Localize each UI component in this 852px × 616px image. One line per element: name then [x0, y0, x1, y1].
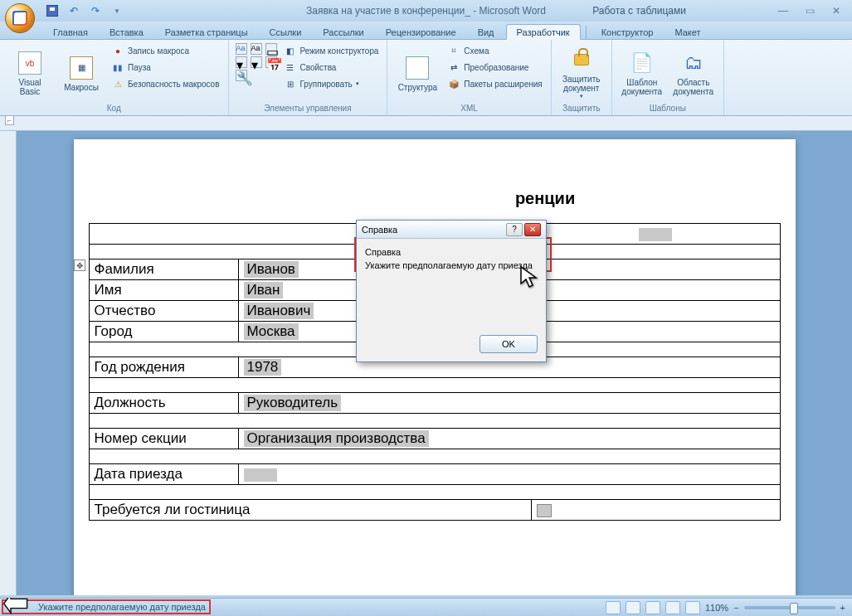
zoom-out-button[interactable]: − [733, 603, 738, 613]
group-title-code: Код [7, 103, 222, 114]
dialog-line2: Укажите предполагаемую дату приезда [365, 259, 538, 272]
richtext-control-icon[interactable]: Aa [236, 43, 247, 55]
table-row: Дата приезда [89, 464, 780, 485]
qat-customize[interactable]: ▼ [108, 2, 126, 20]
zoom-level[interactable]: 110% [705, 603, 728, 613]
annotation-highlight-status: Укажите предполагаемую дату приезда [2, 599, 211, 614]
position-field[interactable]: Руководитель [244, 395, 342, 411]
undo-icon: ↶ [70, 5, 78, 17]
arrival-date-field[interactable] [244, 468, 277, 482]
chevron-down-icon: ▾ [580, 93, 583, 99]
structure-icon [406, 56, 429, 80]
table-move-handle[interactable]: ✥ [74, 259, 85, 271]
design-mode-button[interactable]: ◧Режим конструктора [282, 43, 381, 58]
document-area: Заявка на участие в конференции ✥ Дата з… [0, 131, 852, 595]
properties-button[interactable]: ☰Свойства [282, 60, 381, 75]
view-fullscreen-button[interactable] [626, 601, 640, 614]
zoom-slider[interactable] [744, 606, 835, 609]
chevron-down-icon: ▼ [114, 7, 120, 15]
tab-home[interactable]: Главная [43, 25, 98, 39]
patronymic-field[interactable]: Иванович [244, 303, 314, 319]
tab-divider [586, 26, 587, 39]
group-title-controls: Элементы управления [236, 103, 381, 114]
tab-review[interactable]: Рецензирование [376, 25, 466, 39]
group-title-xml: XML [394, 103, 543, 114]
template-icon: 📄 [629, 50, 655, 76]
document-canvas[interactable]: Заявка на участие в конференции ✥ Дата з… [17, 131, 852, 595]
tab-view[interactable]: Вид [468, 25, 504, 39]
titlebar: ↶ ↷ ▼ Заявка на участие в конференции_ -… [0, 0, 852, 22]
hotel-checkbox[interactable] [537, 504, 552, 517]
annotation-arrow-icon [3, 598, 37, 616]
group-title-protect: Защитить [558, 103, 605, 114]
panel-icon: 🗂 [680, 50, 707, 76]
document-template-button[interactable]: 📄 Шаблон документа [619, 43, 665, 103]
close-button[interactable]: ✕ [827, 3, 845, 18]
section-field[interactable]: Организация производства [244, 430, 429, 447]
view-web-button[interactable] [645, 601, 660, 614]
save-icon [46, 5, 58, 17]
visual-basic-button[interactable]: vb Visual Basic [7, 43, 53, 103]
window-controls: — ▭ ✕ [774, 3, 845, 18]
contextual-tab-title: Работа с таблицами [592, 5, 686, 17]
record-icon: ● [111, 44, 124, 57]
birth-year-field[interactable]: 1978 [244, 359, 282, 376]
text-control-icon[interactable]: Aa [251, 43, 262, 55]
save-button[interactable] [43, 2, 61, 20]
tab-insert[interactable]: Вставка [100, 25, 153, 39]
protect-document-button[interactable]: Защитить документ ▾ [558, 43, 605, 103]
table-row: Требуется ли гостиница [89, 500, 780, 521]
structure-button[interactable]: Структура [394, 43, 441, 103]
dialog-line1: Справка [365, 245, 538, 259]
undo-button[interactable]: ↶ [65, 2, 83, 20]
dropdown-control-icon[interactable]: ▾ [251, 56, 262, 68]
tab-table-design[interactable]: Конструктор [592, 25, 664, 39]
minimize-button[interactable]: — [774, 3, 792, 18]
macros-button[interactable]: ▦ Макросы [58, 43, 105, 103]
pause-macro-button[interactable]: ▮▮Пауза [110, 60, 222, 75]
tab-page-layout[interactable]: Разметка страницы [155, 25, 258, 39]
tab-developer[interactable]: Разработчик [506, 24, 581, 40]
zoom-in-button[interactable]: + [840, 603, 845, 613]
ruler-corner-icon[interactable]: ⌐ [5, 116, 14, 125]
combo-control-icon[interactable]: ▾ [236, 56, 247, 68]
group-title-templates: Шаблоны [619, 103, 717, 114]
dialog-close-button[interactable]: ✕ [524, 223, 541, 236]
record-macro-button[interactable]: ●Запись макроса [110, 43, 222, 58]
office-button[interactable] [5, 3, 35, 33]
design-mode-icon: ◧ [284, 44, 297, 57]
ok-button[interactable]: OK [480, 335, 538, 353]
document-panel-button[interactable]: 🗂 Область документа [670, 43, 717, 103]
ribbon-group-code: vb Visual Basic ▦ Макросы ●Запись макрос… [0, 40, 229, 115]
name-field[interactable]: Иван [244, 282, 284, 298]
date-control-icon[interactable]: 📅 [265, 56, 277, 68]
picture-control-icon[interactable]: ▭ [265, 43, 277, 55]
transform-button[interactable]: ⇄Преобразование [445, 60, 543, 75]
expansion-packs-button[interactable]: 📦Пакеты расширения [445, 76, 543, 91]
view-outline-button[interactable] [665, 601, 680, 614]
dialog-titlebar[interactable]: Справка ? ✕ [357, 221, 546, 239]
macros-icon: ▦ [70, 56, 93, 80]
dialog-help-button[interactable]: ? [506, 223, 523, 236]
statusbar: Укажите предполагаемую дату приезда 110%… [0, 598, 852, 616]
legacy-tools-icon[interactable]: 🔧 [236, 70, 247, 81]
schema-button[interactable]: ⌗Схема [445, 43, 543, 58]
city-field[interactable]: Москва [244, 323, 299, 340]
schema-icon: ⌗ [447, 44, 460, 57]
horizontal-ruler[interactable]: ⌐ [0, 116, 852, 131]
chevron-down-icon: ▾ [356, 80, 359, 87]
redo-button[interactable]: ↷ [86, 2, 105, 20]
surname-field[interactable]: Иванов [244, 261, 299, 278]
maximize-button[interactable]: ▭ [801, 3, 819, 18]
group-button[interactable]: ⊞Группировать▾ [282, 76, 381, 91]
tab-mailings[interactable]: Рассылки [313, 25, 373, 39]
view-print-layout-button[interactable] [606, 601, 621, 614]
vertical-ruler[interactable] [0, 131, 17, 595]
tab-references[interactable]: Ссылки [260, 25, 312, 39]
document-page: Заявка на участие в конференции ✥ Дата з… [74, 139, 796, 595]
view-draft-button[interactable] [685, 601, 700, 614]
quick-access-toolbar: ↶ ↷ ▼ [43, 2, 126, 20]
macro-security-button[interactable]: ⚠Безопасность макросов [110, 76, 222, 91]
tab-table-layout[interactable]: Макет [665, 25, 710, 39]
date-field[interactable] [639, 228, 672, 241]
